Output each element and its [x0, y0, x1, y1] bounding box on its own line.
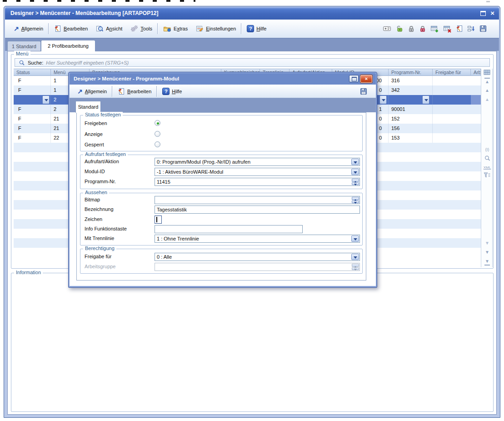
cell-status[interactable]: F — [14, 76, 51, 85]
field-value: -1 : Aktives BüroWARE-Modul — [157, 169, 223, 175]
menu-hilfe[interactable]: ? Hilfe — [243, 23, 270, 35]
step-up-icon[interactable]: ▲ — [481, 97, 493, 102]
dialog-restore-icon[interactable] — [349, 75, 359, 82]
col-programm-nr[interactable]: Programm-Nr. — [389, 69, 433, 76]
col-arbeitsgruppe[interactable]: Arb — [471, 69, 481, 76]
menu-tools[interactable]: Tools — [126, 23, 156, 35]
export-tree-icon[interactable] — [467, 25, 475, 32]
cell-programm-nr-editor[interactable] — [389, 95, 433, 105]
freigabe-fuer-select[interactable]: 0 : Alle — [155, 253, 360, 261]
cell-status[interactable]: F — [14, 114, 51, 124]
group-title: Aussehen — [83, 190, 109, 195]
dropdown-button[interactable] — [422, 95, 429, 104]
document-hammer-icon[interactable] — [456, 25, 463, 32]
cell-status[interactable]: F — [14, 124, 51, 133]
search-bar[interactable]: Suche: Hier Suchbegriff eingeben (STRG+S… — [15, 58, 490, 67]
lock-red-icon[interactable] — [419, 25, 426, 32]
dialog-close-icon[interactable]: × — [360, 75, 372, 83]
dropdown-button[interactable] — [379, 95, 387, 104]
menu-ansicht[interactable]: Ansicht — [92, 23, 126, 35]
spin-buttons[interactable] — [352, 179, 359, 185]
spin-buttons[interactable] — [352, 197, 359, 203]
cell-programm-nr[interactable]: 152 — [389, 114, 433, 124]
arrow-up-right-icon: ↗ — [77, 88, 83, 95]
xml-icon[interactable]: XML — [481, 165, 493, 170]
radio-row: Gesperrt — [80, 141, 363, 149]
mit-trennlinie-select[interactable]: 1 : Ohne Trennlinie — [155, 235, 360, 243]
menu-bearbeiten[interactable]: Bearbeiten — [50, 23, 92, 35]
save-icon[interactable] — [479, 25, 487, 32]
cell-programm-nr[interactable]: 316 — [389, 76, 433, 85]
cell-programm-nr[interactable]: 90001 — [389, 105, 433, 114]
field-row: Mit Trennlinie 1 : Ohne Trennlinie — [80, 235, 363, 243]
radio-freigeben[interactable] — [155, 120, 160, 126]
zoom-icon[interactable] — [481, 155, 493, 162]
cell-status-editor[interactable] — [14, 95, 51, 105]
unlock-green-icon[interactable] — [396, 25, 404, 32]
field-value: 0: Programm/Modul (Prog.-Nr/ID) aufrufen — [157, 159, 250, 165]
cell-status[interactable]: F — [14, 85, 51, 95]
page-down-icon[interactable]: ▼ — [481, 250, 493, 255]
help-icon: ? — [247, 25, 254, 32]
toolbar-separator — [241, 23, 242, 34]
dropdown-button[interactable] — [351, 159, 359, 165]
restore-window-icon[interactable] — [480, 11, 486, 16]
cell-status[interactable]: F — [14, 133, 51, 143]
arrow-up-right-icon: ↗ — [14, 25, 19, 32]
radio-anzeige[interactable] — [155, 131, 160, 137]
modul-id-select[interactable]: -1 : Aktives BüroWARE-Modul — [155, 168, 360, 176]
radio-gesperrt[interactable] — [155, 141, 160, 147]
tab-profibearbeitung[interactable]: 2 Profibearbeitung — [41, 40, 95, 51]
group-title: Status festlegen — [83, 112, 123, 117]
col-status[interactable]: Status — [14, 69, 51, 76]
table-add-icon[interactable] — [430, 25, 439, 33]
field-row: Freigabe für 0 : Alle — [80, 253, 363, 261]
step-down-icon[interactable]: ▼ — [481, 241, 493, 246]
keyboard-key-icon[interactable] — [383, 25, 392, 32]
lock-gray-icon[interactable] — [408, 25, 415, 32]
aufrufart-aktion-select[interactable]: 0: Programm/Modul (Prog.-Nr/ID) aufrufen — [155, 158, 360, 166]
dialog-menu-allgemein[interactable]: ↗ Allgemein — [73, 85, 111, 97]
programm-nr-stepper[interactable]: 11415 — [155, 178, 360, 186]
dialog-tab-standard[interactable]: Standard — [75, 101, 101, 113]
document-hammer-icon — [54, 25, 61, 32]
field-value: 0 : Alle — [157, 254, 172, 260]
bezeichnung-field[interactable]: Tagesstatistik — [155, 205, 360, 214]
menu-extras[interactable]: Extras — [159, 23, 192, 35]
info-funktionstaste-field[interactable] — [155, 225, 303, 233]
grid-icon[interactable] — [481, 70, 493, 75]
dropdown-button[interactable] — [351, 169, 359, 175]
menu-einstellungen[interactable]: Einstellungen — [192, 23, 240, 35]
menu-allgemein[interactable]: ↗ Allgemein — [10, 23, 47, 35]
spin-buttons — [352, 264, 359, 270]
zeichen-field[interactable] — [155, 216, 162, 224]
dialog-titlebar: Designer > Menücenter - Programm-Modul × — [70, 73, 376, 85]
col-freigabe-fuer[interactable]: Freigabe für — [433, 69, 471, 76]
page-up-icon[interactable]: ▲ — [481, 88, 493, 93]
dialog-menu-hilfe[interactable]: ? Hilfe — [158, 85, 186, 97]
desktop-remnant-dashes — [3, 0, 195, 2]
cell-arbeitsgruppe[interactable] — [471, 95, 481, 105]
tab-standard[interactable]: 1 Standard — [7, 41, 41, 51]
paragraph-icon[interactable]: (I) — [481, 147, 493, 152]
dropdown-button[interactable] — [42, 95, 50, 104]
scroll-top-icon[interactable]: ▲ — [481, 78, 493, 85]
scroll-bottom-icon[interactable]: ▼ — [481, 259, 493, 266]
cell-programm-nr[interactable]: 342 — [389, 85, 433, 95]
cell-status[interactable]: F — [14, 105, 51, 114]
table-remove-icon[interactable] — [443, 25, 452, 33]
close-window-icon[interactable]: × — [490, 10, 494, 16]
dropdown-button[interactable] — [351, 236, 359, 242]
cell-programm-nr[interactable]: 156 — [389, 124, 433, 133]
filter-icon[interactable] — [481, 172, 493, 178]
field-value: 1 : Ohne Trennlinie — [157, 236, 199, 241]
dialog-toolbar: ↗ Allgemein Bearbeiten ? Hilfe — [70, 85, 376, 98]
paragraph-label: (I) — [485, 147, 489, 152]
dropdown-button[interactable] — [351, 254, 359, 260]
radio-row: Anzeige — [80, 130, 363, 139]
folder-info-icon — [163, 25, 171, 32]
cell-programm-nr[interactable]: 153 — [389, 133, 433, 143]
dialog-menu-bearbeiten[interactable]: Bearbeiten — [114, 85, 155, 97]
dialog-save-icon[interactable] — [360, 88, 372, 95]
bitmap-stepper[interactable] — [155, 196, 360, 204]
